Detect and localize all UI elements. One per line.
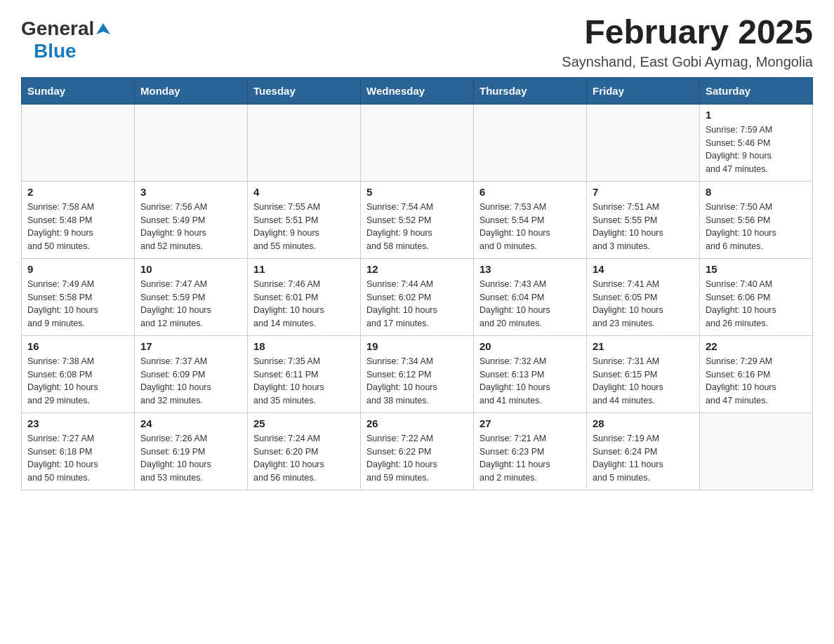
day-number: 18 (253, 340, 355, 352)
calendar-day-cell: 1Sunrise: 7:59 AMSunset: 5:46 PMDaylight… (700, 104, 813, 181)
calendar-day-cell: 14Sunrise: 7:41 AMSunset: 6:05 PMDayligh… (587, 258, 700, 335)
day-number: 13 (479, 263, 581, 275)
month-year-title: February 2025 (562, 14, 813, 51)
calendar-day-cell: 5Sunrise: 7:54 AMSunset: 5:52 PMDaylight… (361, 181, 474, 258)
calendar-day-cell: 25Sunrise: 7:24 AMSunset: 6:20 PMDayligh… (248, 412, 361, 490)
weekday-header-thursday: Thursday (474, 77, 587, 104)
calendar-day-cell (587, 104, 700, 181)
day-number: 15 (706, 263, 807, 275)
weekday-header-monday: Monday (135, 77, 248, 104)
calendar-day-cell: 24Sunrise: 7:26 AMSunset: 6:19 PMDayligh… (135, 412, 248, 490)
calendar-day-cell: 26Sunrise: 7:22 AMSunset: 6:22 PMDayligh… (361, 412, 474, 490)
title-block: February 2025 Saynshand, East Gobi Aymag… (562, 14, 813, 70)
day-info: Sunrise: 7:31 AMSunset: 6:15 PMDaylight:… (593, 355, 694, 408)
calendar-day-cell (700, 412, 813, 490)
calendar-day-cell: 11Sunrise: 7:46 AMSunset: 6:01 PMDayligh… (248, 258, 361, 335)
day-number: 21 (593, 340, 694, 352)
day-number: 20 (479, 340, 581, 352)
calendar-day-cell: 22Sunrise: 7:29 AMSunset: 6:16 PMDayligh… (700, 335, 813, 412)
day-number: 10 (140, 263, 241, 275)
calendar-day-cell: 9Sunrise: 7:49 AMSunset: 5:58 PMDaylight… (22, 258, 135, 335)
logo: General Blue (21, 14, 110, 62)
calendar-table: SundayMondayTuesdayWednesdayThursdayFrid… (21, 77, 813, 490)
calendar-day-cell: 19Sunrise: 7:34 AMSunset: 6:12 PMDayligh… (361, 335, 474, 412)
calendar-day-cell: 7Sunrise: 7:51 AMSunset: 5:55 PMDaylight… (587, 181, 700, 258)
weekday-header-tuesday: Tuesday (248, 77, 361, 104)
calendar-week-row-5: 23Sunrise: 7:27 AMSunset: 6:18 PMDayligh… (22, 412, 813, 490)
calendar-week-row-2: 2Sunrise: 7:58 AMSunset: 5:48 PMDaylight… (22, 181, 813, 258)
calendar-header: SundayMondayTuesdayWednesdayThursdayFrid… (22, 77, 813, 104)
calendar-day-cell: 8Sunrise: 7:50 AMSunset: 5:56 PMDaylight… (700, 181, 813, 258)
day-info: Sunrise: 7:53 AMSunset: 5:54 PMDaylight:… (479, 201, 581, 253)
calendar-day-cell: 6Sunrise: 7:53 AMSunset: 5:54 PMDaylight… (474, 181, 587, 258)
calendar-week-row-4: 16Sunrise: 7:38 AMSunset: 6:08 PMDayligh… (22, 335, 813, 412)
day-number: 4 (253, 186, 355, 198)
day-number: 24 (140, 417, 241, 429)
location-subtitle: Saynshand, East Gobi Aymag, Mongolia (562, 54, 813, 70)
day-info: Sunrise: 7:27 AMSunset: 6:18 PMDaylight:… (27, 432, 128, 485)
day-info: Sunrise: 7:46 AMSunset: 6:01 PMDaylight:… (253, 278, 355, 330)
day-number: 9 (27, 263, 128, 275)
weekday-header-saturday: Saturday (700, 77, 813, 104)
calendar-day-cell: 10Sunrise: 7:47 AMSunset: 5:59 PMDayligh… (135, 258, 248, 335)
page-header: General Blue February 2025 Saynshand, Ea… (21, 14, 813, 70)
logo-general-text: General (21, 18, 94, 40)
day-info: Sunrise: 7:38 AMSunset: 6:08 PMDaylight:… (27, 355, 128, 408)
logo-icon (96, 22, 110, 39)
calendar-day-cell: 23Sunrise: 7:27 AMSunset: 6:18 PMDayligh… (22, 412, 135, 490)
calendar-day-cell: 18Sunrise: 7:35 AMSunset: 6:11 PMDayligh… (248, 335, 361, 412)
calendar-day-cell: 21Sunrise: 7:31 AMSunset: 6:15 PMDayligh… (587, 335, 700, 412)
calendar-week-row-1: 1Sunrise: 7:59 AMSunset: 5:46 PMDaylight… (22, 104, 813, 181)
day-number: 12 (366, 263, 468, 275)
weekday-header-sunday: Sunday (22, 77, 135, 104)
day-info: Sunrise: 7:56 AMSunset: 5:49 PMDaylight:… (140, 201, 241, 253)
day-number: 28 (593, 417, 694, 429)
calendar-day-cell (361, 104, 474, 181)
day-number: 5 (366, 186, 468, 198)
calendar-day-cell: 12Sunrise: 7:44 AMSunset: 6:02 PMDayligh… (361, 258, 474, 335)
day-number: 23 (27, 417, 128, 429)
calendar-day-cell (22, 104, 135, 181)
calendar-day-cell: 28Sunrise: 7:19 AMSunset: 6:24 PMDayligh… (587, 412, 700, 490)
day-info: Sunrise: 7:58 AMSunset: 5:48 PMDaylight:… (27, 201, 128, 253)
day-info: Sunrise: 7:37 AMSunset: 6:09 PMDaylight:… (140, 355, 241, 408)
day-info: Sunrise: 7:44 AMSunset: 6:02 PMDaylight:… (366, 278, 468, 330)
day-number: 17 (140, 340, 241, 352)
calendar-day-cell: 20Sunrise: 7:32 AMSunset: 6:13 PMDayligh… (474, 335, 587, 412)
day-number: 2 (27, 186, 128, 198)
calendar-body: 1Sunrise: 7:59 AMSunset: 5:46 PMDaylight… (22, 104, 813, 490)
weekday-header-row: SundayMondayTuesdayWednesdayThursdayFrid… (22, 77, 813, 104)
calendar-day-cell (248, 104, 361, 181)
day-info: Sunrise: 7:51 AMSunset: 5:55 PMDaylight:… (593, 201, 694, 253)
day-info: Sunrise: 7:35 AMSunset: 6:11 PMDaylight:… (253, 355, 355, 408)
day-number: 14 (593, 263, 694, 275)
day-info: Sunrise: 7:55 AMSunset: 5:51 PMDaylight:… (253, 201, 355, 253)
calendar-day-cell: 13Sunrise: 7:43 AMSunset: 6:04 PMDayligh… (474, 258, 587, 335)
logo-blue-text: Blue (34, 40, 77, 62)
day-number: 22 (706, 340, 807, 352)
day-info: Sunrise: 7:49 AMSunset: 5:58 PMDaylight:… (27, 278, 128, 330)
day-number: 19 (366, 340, 468, 352)
calendar-week-row-3: 9Sunrise: 7:49 AMSunset: 5:58 PMDaylight… (22, 258, 813, 335)
calendar-day-cell (474, 104, 587, 181)
day-info: Sunrise: 7:34 AMSunset: 6:12 PMDaylight:… (366, 355, 468, 408)
weekday-header-wednesday: Wednesday (361, 77, 474, 104)
day-number: 27 (479, 417, 581, 429)
day-number: 26 (366, 417, 468, 429)
calendar-day-cell: 2Sunrise: 7:58 AMSunset: 5:48 PMDaylight… (22, 181, 135, 258)
day-number: 1 (706, 109, 807, 121)
day-info: Sunrise: 7:59 AMSunset: 5:46 PMDaylight:… (706, 123, 807, 176)
calendar-day-cell: 4Sunrise: 7:55 AMSunset: 5:51 PMDaylight… (248, 181, 361, 258)
calendar-day-cell (135, 104, 248, 181)
day-info: Sunrise: 7:50 AMSunset: 5:56 PMDaylight:… (706, 201, 807, 253)
calendar-day-cell: 16Sunrise: 7:38 AMSunset: 6:08 PMDayligh… (22, 335, 135, 412)
day-number: 11 (253, 263, 355, 275)
weekday-header-friday: Friday (587, 77, 700, 104)
day-info: Sunrise: 7:43 AMSunset: 6:04 PMDaylight:… (479, 278, 581, 330)
day-number: 3 (140, 186, 241, 198)
day-info: Sunrise: 7:22 AMSunset: 6:22 PMDaylight:… (366, 432, 468, 485)
day-info: Sunrise: 7:26 AMSunset: 6:19 PMDaylight:… (140, 432, 241, 485)
calendar-day-cell: 15Sunrise: 7:40 AMSunset: 6:06 PMDayligh… (700, 258, 813, 335)
calendar-day-cell: 3Sunrise: 7:56 AMSunset: 5:49 PMDaylight… (135, 181, 248, 258)
day-info: Sunrise: 7:29 AMSunset: 6:16 PMDaylight:… (706, 355, 807, 408)
